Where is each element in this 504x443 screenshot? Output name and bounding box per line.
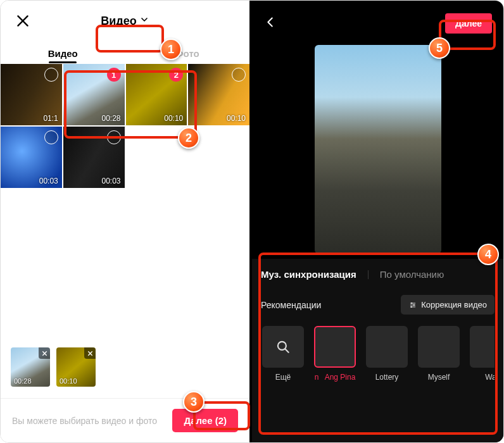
back-button[interactable] [263,15,277,32]
select-circle-icon[interactable] [107,130,121,144]
thumb-duration: 00:28 [101,114,120,123]
next-button[interactable]: Далее (2) [172,409,238,432]
recommendations-row: Рекомендации Коррекция видео [261,295,495,315]
chevron-left-icon [263,15,277,29]
track-cover [366,326,408,368]
thumb-duration: 00:10 [164,114,183,123]
video-edit-screen: Далее Муз. синхронизация По умолчанию Ре… [252,1,503,442]
track-name: Wa [469,373,495,382]
remove-clip-button[interactable] [84,347,96,359]
remove-clip-button[interactable] [39,347,50,359]
tab-music-sync[interactable]: Муз. синхронизация [261,269,356,280]
close-icon [41,350,48,357]
video-thumb[interactable]: 1 00:28 [63,64,125,125]
selected-clip-duration: 00:10 [60,377,77,385]
gallery-picker-screen: Видео Видео Фото 01:1 1 00:28 [1,1,252,442]
select-order-badge[interactable]: 1 [107,68,121,82]
thumb-duration: 01:1 [43,114,58,123]
close-icon [87,350,94,357]
svg-point-1 [413,304,415,305]
selected-clip-duration: 00:28 [14,377,32,385]
select-circle-icon[interactable] [44,68,58,82]
close-button[interactable] [15,13,31,29]
track-cover [470,326,495,368]
search-icon [275,339,291,355]
select-circle-icon[interactable] [232,68,246,82]
track-name: Ещё [261,373,305,382]
select-circle-icon[interactable] [44,130,58,144]
video-correction-label: Коррекция видео [421,300,487,309]
chevron-down-icon [139,15,149,28]
music-panel: Муз. синхронизация По умолчанию Рекоменд… [252,259,503,442]
svg-point-2 [411,306,412,307]
video-thumb[interactable]: 00:10 [188,64,249,125]
tracks-row[interactable]: Ещё n Ang Pina Lottery Myself Wa [261,326,495,382]
video-thumb[interactable]: 00:03 [63,127,125,188]
sliders-icon [408,301,417,309]
track-item[interactable]: Lottery [365,326,409,382]
track-name: Lottery [365,373,409,382]
close-icon [15,13,31,29]
media-tabs: Видео Фото [1,41,249,64]
track-name: Myself [417,373,461,382]
video-grid: 01:1 1 00:28 2 00:10 00:10 00:03 [1,64,249,188]
video-thumb[interactable]: 01:1 [1,64,62,125]
left-header: Видео [1,1,249,41]
selected-clip[interactable]: 00:10 [56,347,96,387]
video-thumb[interactable]: 2 00:10 [126,64,187,125]
video-preview[interactable] [315,45,441,254]
thumb-duration: 00:03 [39,177,58,185]
dropdown-label: Видео [101,15,137,28]
tab-videos[interactable]: Видео [1,48,125,63]
track-more[interactable]: Ещё [261,326,305,382]
tab-photos[interactable]: Фото [125,48,250,63]
panel-tabs: Муз. синхронизация По умолчанию [261,269,495,280]
video-correction-button[interactable]: Коррекция видео [401,295,495,315]
tab-divider [368,270,369,279]
preview-image [315,45,441,254]
next-button[interactable]: Далее [445,13,492,34]
track-cover [418,326,460,368]
right-header: Далее [252,1,503,46]
selected-clips-bar: 00:28 00:10 [11,347,96,387]
svg-point-0 [411,302,412,303]
media-type-dropdown[interactable]: Видео [93,11,157,32]
selected-clip[interactable]: 00:28 [11,347,50,387]
footer-hint: Вы можете выбирать видео и фото [12,416,157,426]
video-thumb[interactable]: 00:03 [1,127,62,188]
track-item[interactable]: Myself [417,326,461,382]
left-footer: Вы можете выбирать видео и фото Далее (2… [1,398,249,442]
track-cover [314,326,356,368]
track-item[interactable]: Wa [469,326,495,382]
track-name: n Ang Pina [313,373,357,382]
track-cover [262,326,304,368]
tab-default[interactable]: По умолчанию [380,269,444,280]
recommendations-label: Рекомендации [261,300,321,310]
track-item[interactable]: n Ang Pina [313,326,357,382]
thumb-duration: 00:10 [227,114,246,123]
thumb-duration: 00:03 [101,177,120,185]
